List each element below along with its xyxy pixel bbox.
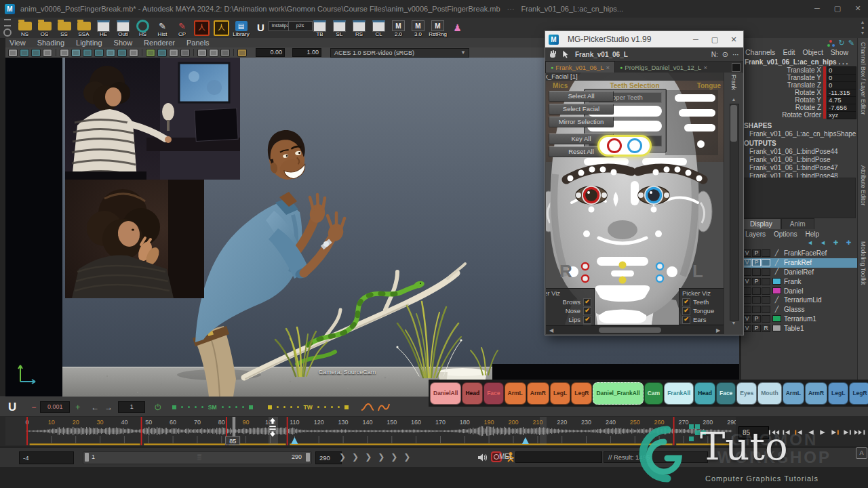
character-set-head[interactable]: Head <box>694 382 715 405</box>
channel-box-menu-show[interactable]: Show <box>831 48 848 56</box>
layer-swatch[interactable]: ╱ <box>772 250 781 257</box>
step-back-frame-button[interactable] <box>793 426 804 439</box>
checkbox-checked-icon[interactable]: ✔ <box>682 316 690 324</box>
layer-ref-toggle[interactable] <box>762 315 770 323</box>
playback-option-icon[interactable]: ❯ <box>339 451 346 463</box>
shelf-item-OS[interactable]: OS <box>35 18 54 37</box>
prev-key-arrow-icon[interactable]: ← <box>91 403 99 412</box>
playback-option-icon[interactable]: ❯ <box>403 451 410 463</box>
viz-item-brows[interactable]: Brows✔ <box>546 298 594 306</box>
character-set-danielall[interactable]: DanielAll <box>430 382 461 405</box>
time-slider[interactable]: 0102030405060708090100110120130140150160… <box>0 416 868 446</box>
shelf-item-RstRng[interactable]: MRstRng <box>428 18 448 37</box>
power-toggle-icon[interactable]: ⏻ <box>155 403 161 412</box>
increment-button[interactable]: + <box>75 403 80 412</box>
timeline-ruler[interactable]: 0102030405060708090100110120130140150160… <box>5 417 736 445</box>
viewport-menu-shading[interactable]: Shading <box>37 39 64 47</box>
layer-menu-layers[interactable]: Layers <box>745 230 766 238</box>
layer-menu-options[interactable]: Options <box>774 230 797 238</box>
namespace-toggle[interactable]: N: <box>711 51 718 58</box>
eye-target-control[interactable] <box>597 135 652 157</box>
shelf-item-3.0[interactable]: M3.0 <box>408 18 428 37</box>
more-options-icon[interactable]: ⋯ <box>732 51 739 58</box>
next-key-arrow-icon[interactable]: → <box>104 403 113 412</box>
channel-box-menu-edit[interactable]: Edit <box>783 48 795 56</box>
tab-modeling-toolkit[interactable]: Modeling Toolkit <box>860 241 867 285</box>
viewport-tool-icon[interactable] <box>129 49 138 57</box>
layer-playback-toggle[interactable]: P <box>752 325 761 332</box>
hand-tool-icon[interactable] <box>548 49 557 59</box>
horizontal-scroll-thumb[interactable] <box>599 327 661 333</box>
shelf-menu-icon[interactable] <box>4 19 11 26</box>
play-backward-button[interactable] <box>805 426 816 439</box>
layer-swatch[interactable] <box>772 278 781 285</box>
slider-end-icon[interactable] <box>172 405 176 409</box>
character-set-cam[interactable]: Cam <box>644 382 663 405</box>
close-tab-icon[interactable]: × <box>703 64 707 71</box>
slider-end-icon[interactable] <box>268 405 272 409</box>
picker-tab-Frank_v01_06_L[interactable]: ●Frank_v01_06_L× <box>545 61 615 73</box>
viewport-tool-icon[interactable] <box>43 49 52 57</box>
tongue-control-2[interactable] <box>679 109 715 117</box>
shelf-item-char-red[interactable]: 人 <box>192 18 212 37</box>
animation-start-field[interactable]: -4 <box>19 451 74 464</box>
layer-playback-toggle[interactable] <box>752 296 761 304</box>
layer-row-FrankFaceRef[interactable]: VP╱FrankFaceRef <box>741 249 857 258</box>
current-frame-field[interactable]: 85 <box>738 426 769 439</box>
range-end-handle[interactable] <box>306 453 310 462</box>
layer-ref-toggle[interactable] <box>762 287 770 295</box>
viewport-tool-icon[interactable] <box>117 49 127 57</box>
layer-row-Table1[interactable]: VPRTable1 <box>741 323 857 333</box>
maximize-icon[interactable]: ▢ <box>827 0 848 18</box>
shelf-options[interactable] <box>0 19 15 37</box>
playback-option-icon[interactable]: ❯ <box>391 451 397 463</box>
playback-option-icon[interactable]: ❯ <box>378 451 384 463</box>
go-to-end-button[interactable] <box>854 426 865 439</box>
layer-playback-toggle[interactable] <box>752 268 761 276</box>
gamma-field[interactable]: 1.00 <box>292 48 321 57</box>
checkbox-checked-icon[interactable]: ✔ <box>583 307 591 315</box>
layer-row-DanielRef[interactable]: ╱DanielRef <box>741 268 857 277</box>
character-set-legl[interactable]: LegL <box>828 382 848 405</box>
tongue-control-1[interactable] <box>675 94 715 102</box>
viewport-tool-icon[interactable] <box>8 49 18 57</box>
shelf-item-SSA[interactable]: SSA <box>74 18 94 37</box>
shelf-item-Hist[interactable]: ✎Hist <box>153 18 172 37</box>
smart-slider[interactable]: SM <box>172 404 253 411</box>
vertical-scroll-thumb[interactable] <box>730 105 737 142</box>
character-set-daniel_frankall[interactable]: Daniel_FrankAll <box>593 382 643 405</box>
viewport-tool-icon[interactable] <box>20 49 29 57</box>
picker-select-all-button[interactable]: Select All <box>549 91 614 102</box>
layer-ref-toggle[interactable] <box>762 306 770 313</box>
layer-playback-toggle[interactable] <box>752 287 761 295</box>
character-set-arml[interactable]: ArmL <box>783 382 804 405</box>
character-set-face[interactable]: Face <box>484 382 503 405</box>
axis-triad-icon[interactable] <box>827 39 835 47</box>
shelf-item-char-gold[interactable]: 人 <box>212 18 231 37</box>
shelf-item-Library[interactable]: ▤Library <box>231 18 251 37</box>
layer-swatch[interactable]: ╱ <box>772 268 781 275</box>
new-empty-layer-icon[interactable]: ✚ <box>831 239 840 247</box>
shelf-item-RS[interactable]: RS <box>349 18 369 37</box>
character-set-frankall[interactable]: FrankAll <box>664 382 694 405</box>
scroll-right-icon[interactable]: ▶ <box>714 327 722 333</box>
range-start-handle[interactable] <box>85 453 89 462</box>
speaker-icon[interactable] <box>477 453 488 462</box>
refresh-icon[interactable]: ↻ <box>839 39 845 47</box>
tween-value-field[interactable]: 0.001 <box>40 401 70 413</box>
layer-row-Terrarium1[interactable]: VPTerrarium1 <box>741 314 857 324</box>
shelf-item-person[interactable]: ♟ <box>448 18 467 37</box>
picker-tab-ProRigs_Daniel_v01_12_L[interactable]: ●ProRigs_Daniel_v01_12_L× <box>615 62 712 73</box>
output-item[interactable]: Frank_v01_06_L:bindPose <box>749 156 831 163</box>
shelf-item-HE[interactable]: HE <box>94 18 113 37</box>
shelf-item-Outl[interactable]: Outl <box>113 18 133 37</box>
viewport-tool-icon[interactable] <box>146 49 155 57</box>
checkbox-checked-icon[interactable]: ✔ <box>583 298 591 306</box>
viz-item-nose[interactable]: Nose✔ <box>546 306 594 315</box>
picker-mirror-selection-button[interactable]: Mirror Selection <box>549 117 614 127</box>
viewport-menu-lighting[interactable]: Lighting <box>76 39 102 47</box>
viz-item-lips[interactable]: Lips✔ <box>546 315 594 324</box>
layer-swatch[interactable] <box>772 287 781 294</box>
picker-close-icon[interactable]: ✕ <box>724 32 743 47</box>
shelf-item-2.0[interactable]: M2.0 <box>389 18 408 37</box>
